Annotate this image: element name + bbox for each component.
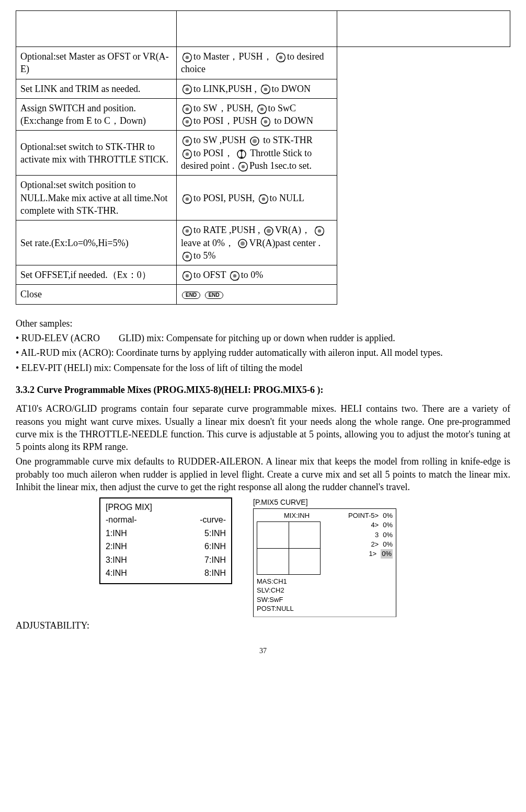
pmix-curve-screen: [P.MIX5 CURVE] MIX:INH POINT-5>0%4>0%30%… bbox=[253, 497, 396, 617]
action-text: VR(A)， bbox=[275, 225, 311, 235]
curve-point-row: 1>0% bbox=[342, 549, 393, 559]
action-text: Push 1sec.to set. bbox=[249, 160, 312, 171]
mix-curve: 6:INH bbox=[204, 541, 226, 552]
step-description: Optional:set switch position to NULL.Mak… bbox=[16, 176, 177, 221]
other-samples: Other samples: • RUD-ELEV (ACRO GLID) mi… bbox=[16, 317, 510, 374]
step-description: Set OFFSET,if needed.（Ex：0） bbox=[16, 265, 177, 285]
dial-icon bbox=[182, 226, 192, 236]
curve-point-row: POINT-5>0% bbox=[342, 511, 393, 520]
dial-icon bbox=[182, 271, 192, 281]
lcd-screens: [PROG MIX] -normal- -curve- 1:INH5:INH2:… bbox=[16, 497, 510, 617]
section-heading: 3.3.2 Curve Programmable Mixes (PROG.MIX… bbox=[16, 384, 510, 396]
instruction-table: Optional:set Master as OFST or VR(A-E)to… bbox=[16, 10, 510, 305]
mix-curve: 8:INH bbox=[204, 567, 226, 579]
mix-curve: 5:INH bbox=[204, 528, 226, 539]
screen1-title: [PROG MIX] bbox=[106, 502, 226, 513]
point-label: 1> bbox=[342, 549, 376, 559]
step-action: to POSI, PUSH, to NULL bbox=[177, 176, 337, 221]
point-label: 3 bbox=[344, 530, 379, 540]
table-left-blank bbox=[16, 11, 177, 47]
dial-icon bbox=[182, 104, 192, 114]
table-row: CloseEND END bbox=[16, 285, 510, 304]
screen2-footer-line: MAS:CH1 bbox=[257, 577, 393, 586]
curve-mix-section: 3.3.2 Curve Programmable Mixes (PROG.MIX… bbox=[16, 384, 510, 493]
end-button-icon: END bbox=[205, 292, 223, 299]
prog-mix-screen: [PROG MIX] -normal- -curve- 1:INH5:INH2:… bbox=[99, 497, 232, 584]
screen2-mix: MIX:INH bbox=[257, 511, 337, 520]
mix-curve: 7:INH bbox=[204, 554, 226, 566]
step-description: Optional:set switch to STK-THR to activa… bbox=[16, 131, 177, 176]
knob-icon bbox=[237, 238, 248, 249]
end-button-icon: END bbox=[182, 292, 200, 299]
dial-icon bbox=[258, 194, 269, 204]
step-description: Assign SWITCH and position. (Ex:change f… bbox=[16, 98, 177, 131]
table-row: Optional:set Master as OFST or VR(A-E)to… bbox=[16, 47, 510, 79]
mix-normal: 2:INH bbox=[106, 541, 127, 552]
curve-point-row: 30% bbox=[342, 530, 393, 540]
step-description: Set LINK and TRIM as needed. bbox=[16, 79, 177, 98]
table-row: Set LINK and TRIM as needed.to LINK,PUSH… bbox=[16, 79, 510, 98]
curve-point-row: 2>0% bbox=[342, 540, 393, 549]
dial-icon bbox=[260, 117, 271, 127]
curve-points: POINT-5>0%4>0%30%2>0%1>0% bbox=[342, 511, 393, 575]
mix-normal: 4:INH bbox=[106, 567, 127, 579]
screen2-footer-line: SW:SwF bbox=[257, 595, 393, 605]
action-text: to 5% bbox=[193, 250, 216, 261]
dial-icon bbox=[230, 271, 240, 281]
action-text: to Master，PUSH， bbox=[193, 51, 272, 62]
screen1-col2h: -curve- bbox=[200, 514, 226, 526]
step-action: to LINK,PUSH , to DWON bbox=[177, 79, 337, 98]
table-row: Optional:set switch position to NULL.Mak… bbox=[16, 176, 510, 221]
samples-title: Other samples: bbox=[16, 317, 510, 330]
para: AT10's ACRO/GLID programs contain four s… bbox=[16, 402, 510, 453]
table-row: Optional:set switch to STK-THR to activa… bbox=[16, 131, 510, 176]
knob-icon bbox=[249, 136, 260, 146]
table-row: Set OFFSET,if needed.（Ex：0）to OFST to 0% bbox=[16, 265, 510, 285]
action-text: to POSI， bbox=[193, 148, 233, 158]
point-label: POINT-5> bbox=[344, 511, 379, 520]
dial-icon bbox=[260, 84, 271, 95]
action-text: to POSI, PUSH, bbox=[193, 193, 255, 203]
screen2-footer-line: SLV:CH2 bbox=[257, 586, 393, 595]
step-action: to SW ,PUSH to STK-THR to POSI， Throttle… bbox=[177, 131, 337, 176]
dial-icon bbox=[182, 117, 192, 127]
dial-icon bbox=[182, 251, 192, 262]
dial-icon bbox=[276, 52, 286, 63]
table-blank-mid bbox=[177, 11, 337, 47]
action-text: to LINK,PUSH , bbox=[193, 84, 257, 94]
adjustability-label: ADJUSTABILITY: bbox=[16, 619, 510, 632]
list-item: 2:INH6:INH bbox=[106, 540, 226, 553]
mix-normal: 3:INH bbox=[106, 554, 127, 566]
table-blank-right bbox=[337, 11, 510, 47]
point-value: 0% bbox=[383, 530, 393, 540]
point-label: 2> bbox=[344, 540, 379, 549]
point-label: 4> bbox=[344, 520, 379, 530]
screen2-title: [P.MIX5 CURVE] bbox=[253, 497, 396, 507]
action-text: to DOWN bbox=[272, 115, 313, 126]
action-text: to OFST bbox=[193, 270, 226, 280]
step-description: Close bbox=[16, 285, 177, 304]
action-text: leave at 0%， bbox=[181, 238, 234, 248]
action-text: to 0% bbox=[241, 270, 264, 280]
step-action: to RATE ,PUSH , VR(A)， leave at 0%， VR(A… bbox=[177, 221, 337, 265]
action-text: to SW ,PUSH bbox=[193, 135, 246, 145]
screen1-col1h: -normal- bbox=[106, 514, 137, 526]
step-action: to SW，PUSH, to SwC to POSI，PUSH to DOWN bbox=[177, 98, 337, 131]
list-item: 4:INH8:INH bbox=[106, 566, 226, 580]
list-item: 1:INH5:INH bbox=[106, 527, 226, 540]
knob-icon bbox=[264, 226, 274, 236]
point-value: 0% bbox=[383, 520, 393, 530]
action-text: to SW，PUSH, bbox=[193, 103, 253, 113]
screen2-footer-line: POST:NULL bbox=[257, 604, 393, 613]
action-text: VR(A)past center . bbox=[249, 238, 320, 248]
sample-line: • RUD-ELEV (ACRO GLID) mix: Compensate f… bbox=[16, 332, 510, 344]
action-text: to STK-THR bbox=[261, 135, 313, 145]
step-description: Set rate.(Ex:Lo=0%,Hi=5%) bbox=[16, 221, 177, 265]
para: One programmable curve mix defaults to R… bbox=[16, 455, 510, 493]
step-action: to OFST to 0% bbox=[177, 265, 337, 285]
stick-icon bbox=[236, 149, 247, 159]
dial-icon bbox=[257, 104, 267, 114]
dial-icon bbox=[314, 226, 325, 236]
dial-icon bbox=[238, 161, 248, 172]
sample-line: • AIL-RUD mix (ACRO): Coordinate turns b… bbox=[16, 346, 510, 359]
